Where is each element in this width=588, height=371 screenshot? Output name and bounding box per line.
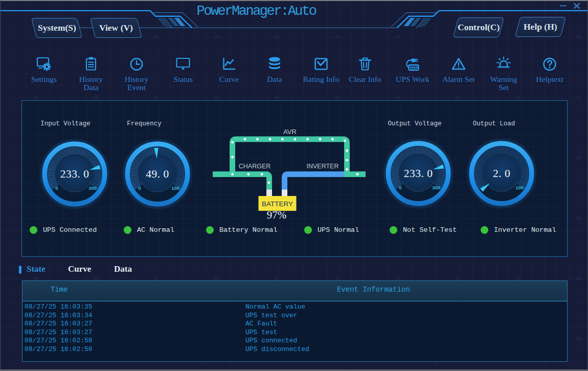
svg-text:300: 300 (432, 185, 440, 190)
svg-text:49. 0: 49. 0 (146, 168, 169, 180)
svg-text:0: 0 (138, 185, 141, 191)
svg-text:INVERTER: INVERTER (307, 163, 339, 170)
svg-text:BATTERY: BATTERY (262, 200, 293, 208)
svg-text:CHARGER: CHARGER (239, 163, 271, 170)
svg-text:97%: 97% (267, 209, 287, 221)
svg-text:2. 0: 2. 0 (493, 167, 510, 180)
svg-text:0: 0 (55, 185, 58, 191)
svg-text:0: 0 (399, 185, 401, 190)
svg-text:0: 0 (482, 185, 485, 190)
svg-text:100: 100 (515, 185, 524, 190)
svg-text:233. 0: 233. 0 (404, 167, 433, 180)
svg-text:AVR: AVR (283, 128, 297, 136)
svg-text:100: 100 (171, 185, 179, 191)
svg-text:233. 0: 233. 0 (60, 168, 89, 180)
svg-text:300: 300 (88, 185, 97, 191)
